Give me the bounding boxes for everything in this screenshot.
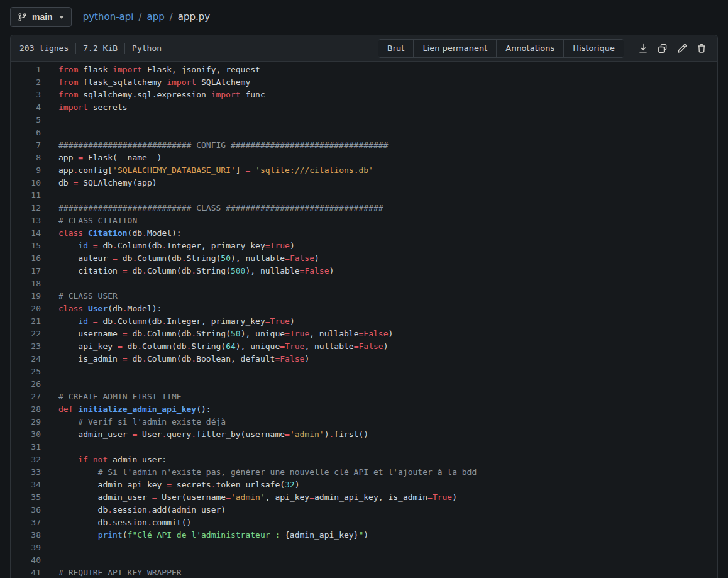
line-number[interactable]: 19 bbox=[11, 290, 41, 303]
code-line: 6 bbox=[11, 126, 717, 139]
code-line: 32 if not admin_user: bbox=[11, 453, 717, 466]
file-actions-group: Brut Lien permanent Annotations Historiq… bbox=[378, 39, 624, 58]
line-number[interactable]: 18 bbox=[11, 277, 41, 290]
line-number[interactable]: 22 bbox=[11, 328, 41, 340]
line-number[interactable]: 4 bbox=[11, 101, 41, 114]
code-line: 2from flask_sqlalchemy import SQLAlchemy bbox=[11, 76, 717, 89]
line-number[interactable]: 37 bbox=[11, 516, 41, 529]
line-number[interactable]: 13 bbox=[11, 214, 41, 227]
line-number[interactable]: 1 bbox=[11, 64, 41, 76]
code-line: 23 api_key = db.Column(db.String(64), un… bbox=[11, 340, 717, 353]
code-text: db.session.add(admin_user) bbox=[41, 504, 226, 516]
raw-button[interactable]: Brut bbox=[378, 40, 414, 57]
code-line: 1from flask import Flask, jsonify, reque… bbox=[11, 64, 717, 76]
line-number[interactable]: 8 bbox=[11, 152, 41, 164]
code-line: 10db = SQLAlchemy(app) bbox=[11, 177, 717, 189]
line-number[interactable]: 27 bbox=[11, 391, 41, 403]
line-number[interactable]: 32 bbox=[11, 453, 41, 466]
code-text bbox=[41, 126, 58, 139]
code-line: 27# CREATE ADMIN FIRST TIME bbox=[11, 391, 717, 403]
line-number[interactable]: 11 bbox=[11, 189, 41, 202]
code-line: 37 db.session.commit() bbox=[11, 516, 717, 529]
code-text: print(f"Clé API de l'administrateur : {a… bbox=[41, 529, 368, 542]
line-number[interactable]: 12 bbox=[11, 202, 41, 214]
line-number[interactable]: 28 bbox=[11, 403, 41, 416]
code-text: app.config['SQLALCHEMY_DATABASE_URI'] = … bbox=[41, 164, 373, 177]
code-line: 34 admin_api_key = secrets.token_urlsafe… bbox=[11, 479, 717, 491]
code-line: 30 admin_user = User.query.filter_by(use… bbox=[11, 428, 717, 441]
line-number[interactable]: 25 bbox=[11, 365, 41, 378]
code-text: api_key = db.Column(db.String(64), uniqu… bbox=[41, 340, 388, 353]
code-line: 41# REQUIRE API KEY WRAPPER bbox=[11, 567, 717, 578]
top-bar: main python-api / app / app.py bbox=[0, 0, 728, 35]
delete-button[interactable] bbox=[692, 39, 711, 58]
line-number[interactable]: 39 bbox=[11, 542, 41, 554]
code-line: 14class Citation(db.Model): bbox=[11, 227, 717, 240]
copy-button[interactable] bbox=[653, 39, 672, 58]
file-header: 203 lignes 7.2 KiB Python Brut Lien perm… bbox=[11, 35, 717, 62]
code-line: 29 # Verif si l'admin existe déjà bbox=[11, 416, 717, 428]
line-number[interactable]: 14 bbox=[11, 227, 41, 240]
code-text: db.session.commit() bbox=[41, 516, 191, 529]
code-text: # CLASS CITATION bbox=[41, 214, 137, 227]
line-number[interactable]: 30 bbox=[11, 428, 41, 441]
line-number[interactable]: 2 bbox=[11, 76, 41, 89]
history-button[interactable]: Historique bbox=[563, 40, 624, 57]
blame-button[interactable]: Annotations bbox=[496, 40, 563, 57]
code-line: 9app.config['SQLALCHEMY_DATABASE_URI'] =… bbox=[11, 164, 717, 177]
code-text: class Citation(db.Model): bbox=[41, 227, 182, 240]
line-number[interactable]: 38 bbox=[11, 529, 41, 542]
code-line: 40 bbox=[11, 554, 717, 567]
code-text: db = SQLAlchemy(app) bbox=[41, 177, 157, 189]
code-line: 8app = Flask(__name__) bbox=[11, 152, 717, 164]
line-number[interactable]: 5 bbox=[11, 114, 41, 126]
code-text: from flask_sqlalchemy import SQLAlchemy bbox=[41, 76, 250, 89]
code-text: app = Flask(__name__) bbox=[41, 152, 162, 164]
code-line: 19# CLASS USER bbox=[11, 290, 717, 303]
line-number[interactable]: 36 bbox=[11, 504, 41, 516]
line-number[interactable]: 41 bbox=[11, 567, 41, 578]
line-number[interactable]: 31 bbox=[11, 441, 41, 453]
line-number[interactable]: 20 bbox=[11, 303, 41, 315]
code-line: 3from sqlalchemy.sql.expression import f… bbox=[11, 89, 717, 101]
line-number[interactable]: 40 bbox=[11, 554, 41, 567]
branch-selector-button[interactable]: main bbox=[10, 7, 72, 27]
line-number[interactable]: 23 bbox=[11, 340, 41, 353]
line-number[interactable]: 24 bbox=[11, 353, 41, 365]
code-text bbox=[41, 189, 58, 202]
code-text: if not admin_user: bbox=[41, 453, 167, 466]
line-number[interactable]: 34 bbox=[11, 479, 41, 491]
edit-button[interactable] bbox=[672, 39, 692, 58]
line-number[interactable]: 26 bbox=[11, 378, 41, 391]
code-text: id = db.Column(db.Integer, primary_key=T… bbox=[41, 315, 295, 328]
line-number[interactable]: 3 bbox=[11, 89, 41, 101]
line-number[interactable]: 16 bbox=[11, 252, 41, 265]
line-number[interactable]: 7 bbox=[11, 139, 41, 152]
breadcrumb-repo-link[interactable]: python-api bbox=[83, 11, 134, 23]
code-text: def initialize_admin_api_key(): bbox=[41, 403, 211, 416]
file-view-box: 203 lignes 7.2 KiB Python Brut Lien perm… bbox=[10, 35, 718, 578]
code-area: 1from flask import Flask, jsonify, reque… bbox=[11, 62, 717, 578]
code-line: 18 bbox=[11, 277, 717, 290]
code-line: 5 bbox=[11, 114, 717, 126]
code-text: username = db.Column(db.String(50), uniq… bbox=[41, 328, 393, 340]
breadcrumb-folder-link[interactable]: app bbox=[147, 11, 165, 23]
permalink-button[interactable]: Lien permanent bbox=[413, 40, 496, 57]
line-number[interactable]: 6 bbox=[11, 126, 41, 139]
breadcrumb-current-file: app.py bbox=[178, 11, 210, 23]
line-number[interactable]: 33 bbox=[11, 466, 41, 479]
code-line: 35 admin_user = User(username='admin', a… bbox=[11, 491, 717, 504]
line-number[interactable]: 17 bbox=[11, 265, 41, 277]
line-number[interactable]: 29 bbox=[11, 416, 41, 428]
line-number[interactable]: 35 bbox=[11, 491, 41, 504]
download-button[interactable] bbox=[633, 39, 653, 58]
line-number[interactable]: 15 bbox=[11, 240, 41, 252]
line-number[interactable]: 9 bbox=[11, 164, 41, 177]
delete-icon bbox=[697, 43, 707, 53]
code-line: 36 db.session.add(admin_user) bbox=[11, 504, 717, 516]
code-text: import secrets bbox=[41, 101, 128, 114]
code-line: 20class User(db.Model): bbox=[11, 303, 717, 315]
line-number[interactable]: 21 bbox=[11, 315, 41, 328]
breadcrumb-separator: / bbox=[138, 11, 141, 23]
line-number[interactable]: 10 bbox=[11, 177, 41, 189]
